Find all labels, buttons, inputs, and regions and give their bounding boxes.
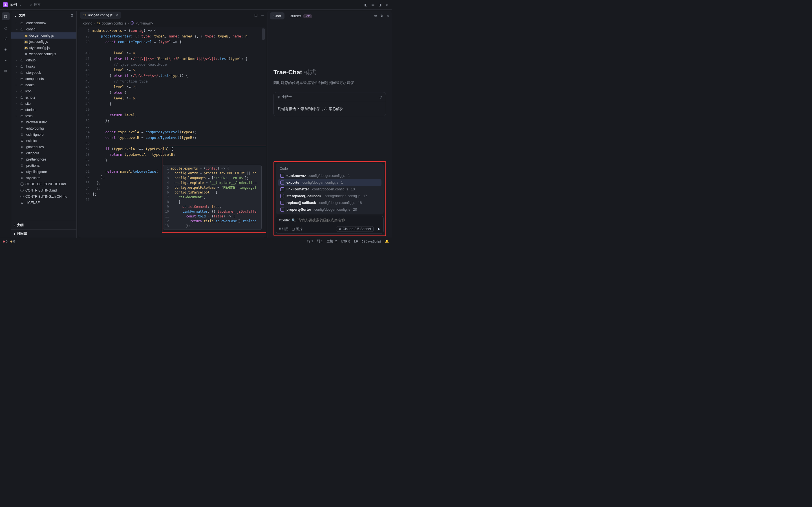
folder-.codesandbox[interactable]: ›🗀.codesandbox <box>11 20 77 26</box>
sug-str.replace() callback[interactable]: str.replace() callback.config/docgen.con… <box>278 193 382 200</box>
minimap[interactable] <box>262 29 265 40</box>
file-icon: ⓘ <box>20 182 24 187</box>
sug-line: 1 <box>341 180 343 184</box>
tab-label: docgen.config.js <box>88 13 112 17</box>
sug-propertySorter[interactable]: propertySorter.config/docgen.config.js28 <box>278 206 382 213</box>
file-label: CODE_OF_CONDUCT.md <box>26 182 66 186</box>
folder-site[interactable]: ›🗀site <box>11 101 77 107</box>
sug-line: 18 <box>358 201 362 205</box>
search-placeholder: 搜索 <box>34 2 41 7</box>
chevron-down-icon[interactable]: ⌄ <box>14 13 17 17</box>
new-chat-icon[interactable]: ⊕ <box>374 14 377 18</box>
folder-scripts[interactable]: ›🗀scripts <box>11 94 77 101</box>
image-button[interactable]: ▢ 图片 <box>292 227 303 231</box>
panel-left-icon[interactable]: ◧ <box>364 3 367 7</box>
chevron-down-icon[interactable]: ⌄ <box>19 3 22 7</box>
file-icon: ⚙ <box>20 170 24 174</box>
file-.stylelintignore[interactable]: ⚙.stylelintignore <box>11 169 77 175</box>
extensions-icon[interactable]: ⊞ <box>3 68 8 74</box>
folder-components[interactable]: ›🗀components <box>11 76 77 82</box>
status-bar: 0 0 行 1，列 1 空格: 2 UTF-8 LF { } JavaScrip… <box>0 238 392 244</box>
file-.browserslistrc[interactable]: ⚙.browserslistrc <box>11 119 77 125</box>
file-label: .stylelintrc <box>26 176 40 180</box>
tab-builder[interactable]: Builder Beta <box>286 12 315 19</box>
cursor-pos[interactable]: 行 1，列 1 <box>307 239 322 243</box>
folder-hooks[interactable]: ›🗀hooks <box>11 82 77 88</box>
file-.prettierignore[interactable]: ⚙.prettierignore <box>11 156 77 163</box>
file-jest.config.js[interactable]: JSjest.config.js <box>11 39 77 45</box>
file-LICENSE[interactable]: ⚙LICENSE <box>11 200 77 206</box>
split-icon[interactable]: ◫ <box>254 13 257 17</box>
file-icon: ⚙ <box>20 133 24 136</box>
file-.stylelintrc[interactable]: ⚙.stylelintrc <box>11 175 77 181</box>
user-icon[interactable]: ☺ <box>386 3 389 7</box>
folder-stories[interactable]: ›🗀stories <box>11 107 77 113</box>
timeline-section[interactable]: › 时间线 <box>11 229 77 238</box>
sug-replace() callback[interactable]: replace() callback.config/docgen.config.… <box>278 200 382 206</box>
breadcrumb-symbol[interactable]: <unknown> <box>136 21 153 25</box>
folder-tests[interactable]: ›🗀tests <box>11 113 77 119</box>
history-icon[interactable]: ↻ <box>380 14 383 18</box>
folder-.github[interactable]: ›🗀.github <box>11 57 77 63</box>
file-CONTRIBUTING.md[interactable]: ⓘCONTRIBUTING.md <box>11 187 77 193</box>
tip-title: 小贴士 <box>282 95 292 100</box>
folder-.husky[interactable]: ›🗀.husky <box>11 63 77 69</box>
more-icon[interactable]: ⋯ <box>261 13 264 17</box>
file-.gitattributes[interactable]: ⚙.gitattributes <box>11 144 77 150</box>
breadcrumb-folder[interactable]: .config <box>82 21 92 25</box>
file-.prettierrc[interactable]: ⚙.prettierrc <box>11 163 77 169</box>
explorer-icon[interactable]: ▢ <box>2 12 10 20</box>
chat-search-input[interactable] <box>297 218 380 222</box>
watch-icon[interactable]: ◈ <box>3 47 8 52</box>
panel-bottom-icon[interactable]: ▭ <box>371 3 374 7</box>
file-.eslintignore[interactable]: ⚙.eslintignore <box>11 131 77 138</box>
encoding[interactable]: UTF-8 <box>341 240 350 243</box>
sug-exports[interactable]: exports.config/docgen.config.js1 <box>278 179 382 186</box>
symbol-icon <box>280 174 284 178</box>
file-.editorconfig[interactable]: ⚙.editorconfig <box>11 125 77 131</box>
app-title[interactable]: 示例 <box>10 2 17 7</box>
file-style.config.js[interactable]: JSstyle.config.js <box>11 45 77 51</box>
panel-right-icon[interactable]: ◨ <box>378 3 382 7</box>
sug-linkFormatter[interactable]: linkFormatter.config/docgen.config.js10 <box>278 186 382 193</box>
shuffle-icon[interactable]: ⇄ <box>379 95 382 99</box>
sug-<unknown>[interactable]: <unknown>.config/docgen.config.js1 <box>278 172 382 179</box>
send-icon[interactable]: ➤ <box>377 226 380 231</box>
file-.gitignore[interactable]: ⚙.gitignore <box>11 150 77 156</box>
model-picker[interactable]: ◈ Claude-3.5-Sonnet <box>336 226 373 232</box>
close-icon[interactable]: ✕ <box>387 14 389 18</box>
file-webpack.config.js[interactable]: ⬢webpack.config.js <box>11 51 77 57</box>
breadcrumb-file[interactable]: docgen.config.js <box>101 21 126 25</box>
ref-button[interactable]: # 引用 <box>279 227 289 231</box>
settings-icon[interactable]: ⚙ <box>70 13 73 17</box>
outline-section[interactable]: › 大纲 <box>11 221 77 229</box>
breadcrumb[interactable]: .config › JS docgen.config.js › ⓘ <unkno… <box>79 20 266 27</box>
beta-badge: Beta <box>303 14 312 18</box>
tab-chat[interactable]: Chat <box>270 12 285 19</box>
folder-icon[interactable]: ›🗀icon <box>11 88 77 94</box>
file-.eslintrc[interactable]: ⚙.eslintrc <box>11 138 77 144</box>
folder-.storybook[interactable]: ›🗀.storybook <box>11 69 77 76</box>
warnings-count[interactable]: 0 <box>10 240 15 243</box>
file-docgen.config.js[interactable]: JSdocgen.config.js <box>11 33 77 39</box>
search-icon[interactable]: ◎ <box>3 25 8 31</box>
indent[interactable]: 空格: 2 <box>326 239 337 243</box>
chevron-icon: › <box>16 90 18 93</box>
code-editor[interactable]: 1 28 29 40 41 42 43 44 45 46 47 48 49 50… <box>79 27 266 238</box>
scm-icon[interactable]: ⎇ <box>3 36 8 42</box>
folder-.config[interactable]: ⌄🗀.config <box>11 26 77 33</box>
global-search[interactable]: ⌕ 搜索 <box>30 2 41 7</box>
language-mode[interactable]: { } JavaScript <box>362 240 381 243</box>
file-CODE_OF_CONDUCT.md[interactable]: ⓘCODE_OF_CONDUCT.md <box>11 181 77 187</box>
symbol-icon <box>280 194 284 198</box>
chevron-icon: › <box>16 59 18 62</box>
bell-icon[interactable]: 🔔 <box>385 239 389 243</box>
errors-count[interactable]: 0 <box>3 240 8 243</box>
editor-tab[interactable]: JS docgen.config.js ✕ <box>80 11 121 19</box>
file-CONTRIBUTING.zh-CN.md[interactable]: ⓘCONTRIBUTING.zh-CN.md <box>11 193 77 200</box>
close-icon[interactable]: ✕ <box>115 13 118 17</box>
eol[interactable]: LF <box>354 240 358 243</box>
debug-icon[interactable]: ⌁ <box>3 57 8 63</box>
file-icon: ⚙ <box>20 164 24 168</box>
sug-path: .config/docgen.config.js <box>301 180 338 184</box>
